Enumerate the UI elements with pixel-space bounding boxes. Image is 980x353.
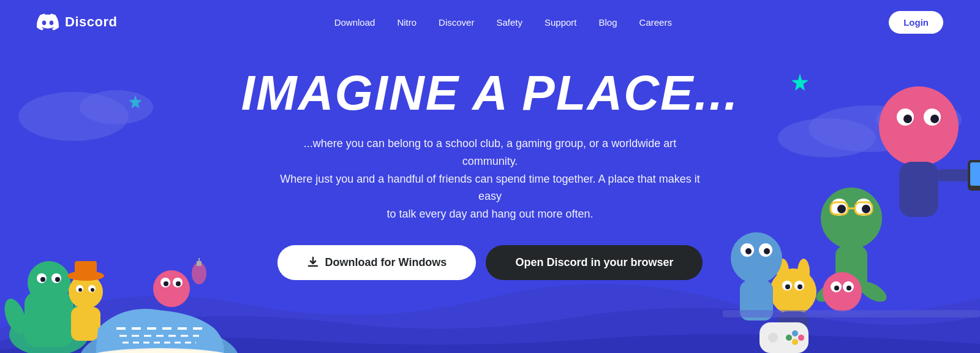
navbar-left: Discord <box>37 13 117 31</box>
svg-point-21 <box>78 288 82 292</box>
svg-point-25 <box>80 325 239 353</box>
svg-point-76 <box>834 286 839 290</box>
nav-link-blog[interactable]: Blog <box>599 17 617 28</box>
svg-point-30 <box>82 349 239 353</box>
svg-point-80 <box>792 330 798 336</box>
svg-point-81 <box>798 335 804 341</box>
svg-rect-9 <box>24 292 74 347</box>
nav-link-download[interactable]: Download <box>334 17 375 28</box>
svg-point-65 <box>797 284 802 289</box>
svg-point-75 <box>843 281 854 292</box>
hero-subtitle-line1: ...where you can belong to a school club… <box>304 137 676 167</box>
hero-title: IMAGINE A PLACE... <box>241 69 739 118</box>
nav-link-nitro[interactable]: Nitro <box>397 17 417 28</box>
page-wrapper: Discord Download Nitro Discover Safety S… <box>0 0 980 353</box>
download-icon <box>307 256 319 268</box>
svg-rect-18 <box>71 307 100 341</box>
hero-subtitle: ...where you can belong to a school club… <box>276 135 704 223</box>
svg-point-22 <box>91 288 94 292</box>
svg-point-74 <box>831 281 842 292</box>
navbar-right: Login <box>889 11 943 34</box>
svg-point-62 <box>782 281 792 290</box>
svg-rect-66 <box>778 311 809 348</box>
nav-link-support[interactable]: Support <box>545 17 577 28</box>
navbar: Discord Download Nitro Discover Safety S… <box>0 0 980 44</box>
svg-point-64 <box>785 284 790 289</box>
navbar-center: Download Nitro Discover Safety Support B… <box>334 17 672 28</box>
hero-subtitle-line3: to talk every day and hang out more ofte… <box>386 208 593 220</box>
hero-subtitle-line2: Where just you and a handful of friends … <box>280 173 699 203</box>
svg-point-57 <box>813 278 846 306</box>
download-windows-label: Download for Windows <box>325 256 447 269</box>
svg-point-63 <box>794 281 804 290</box>
svg-point-15 <box>1 296 31 337</box>
svg-point-19 <box>76 285 83 292</box>
svg-point-77 <box>846 286 851 290</box>
svg-rect-78 <box>760 322 809 353</box>
svg-point-34 <box>164 281 168 286</box>
svg-point-16 <box>69 290 97 330</box>
nav-link-careers[interactable]: Careers <box>639 17 672 28</box>
svg-point-35 <box>176 281 181 286</box>
discord-logo[interactable]: Discord <box>37 13 117 31</box>
hero-buttons: Download for Windows Open Discord in you… <box>277 245 703 280</box>
svg-point-82 <box>792 339 798 345</box>
svg-point-29 <box>81 348 240 353</box>
svg-point-20 <box>88 285 96 292</box>
nav-link-safety[interactable]: Safety <box>496 17 522 28</box>
svg-point-8 <box>9 313 89 353</box>
nav-link-discover[interactable]: Discover <box>439 17 474 28</box>
brand-name: Discord <box>65 14 117 30</box>
svg-rect-84 <box>723 310 980 317</box>
download-windows-button[interactable]: Download for Windows <box>277 245 477 280</box>
open-browser-button[interactable]: Open Discord in your browser <box>486 245 703 280</box>
svg-point-83 <box>786 335 792 341</box>
login-button[interactable]: Login <box>889 11 943 34</box>
svg-rect-72 <box>740 281 773 321</box>
discord-logo-icon <box>37 13 59 31</box>
svg-point-79 <box>768 333 778 343</box>
hero-section: IMAGINE A PLACE... ...where you can belo… <box>0 44 980 280</box>
svg-point-58 <box>856 278 889 306</box>
